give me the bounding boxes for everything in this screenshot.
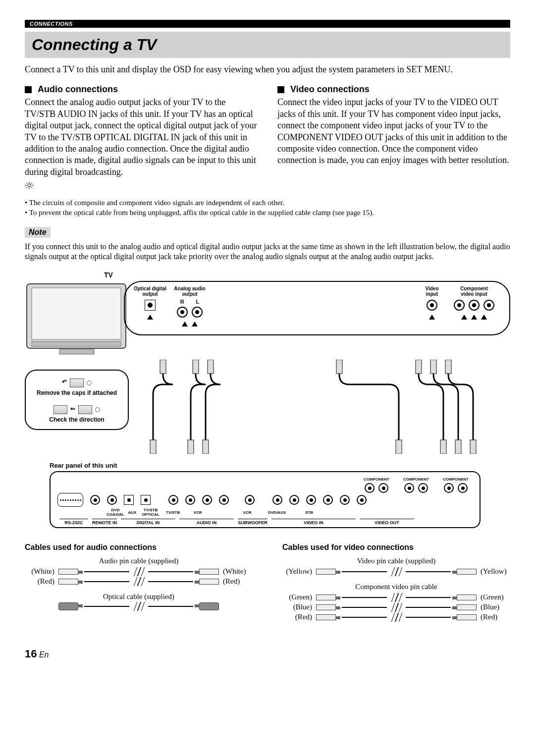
component-label: COMPONENT [364,477,389,482]
port-video: Video input [417,286,447,320]
svg-rect-19 [445,360,451,374]
cable-icon [316,594,477,601]
mini-label: OPTICAL [142,512,159,517]
mini-label: AUX [128,510,137,515]
mini-label: DVD/AUX [268,510,286,515]
callout-text: Check the direction [31,416,123,423]
color-label: (Red) [25,577,54,586]
video-pin-label: Video pin cable (supplied) [282,557,510,565]
tv-illustration [25,281,129,360]
audio-cables-col: Cables used for audio connections Audio … [25,543,253,623]
color-label: (Red) [481,613,510,621]
cable-icon [58,603,219,610]
port-label: Video input [425,286,438,298]
rca-port-icon [192,307,203,318]
port-label: Analog audio output [174,286,205,298]
arrow-up-icon [481,315,487,320]
component-label: COMPONENT [443,477,469,482]
note-badge: Note [25,227,51,238]
cable-legends: Cables used for audio connections Audio … [25,543,510,623]
port-optical: Optical digital output [133,286,167,320]
group-label: VIDEO IN [271,519,356,525]
mini-label: DVD [111,508,120,512]
rear-panel: COMPONENT COMPONENT COMPONENT [50,471,481,528]
mini-label: COAXIAL [107,512,124,517]
tv-label: TV [104,271,510,279]
port-analog: Analog audio output RL [167,286,212,326]
arrow-curve-icon: ↶ [62,378,67,387]
svg-rect-21 [188,440,194,454]
svg-rect-13 [160,360,166,374]
arrow-left-icon: ⇐ [70,405,75,414]
coaxial-port-icon [107,495,117,505]
arrow-up-icon [461,315,467,320]
rca-port-icon [469,300,480,311]
optical-port-icon [141,495,151,505]
svg-rect-16 [336,360,342,374]
audio-body: Connect the analog audio output jacks of… [25,97,258,178]
rear-panel-label: Rear panel of this unit [50,462,510,469]
svg-rect-26 [470,440,476,454]
svg-line-5 [26,183,28,184]
intro-text: Connect a TV to this unit and display th… [25,64,510,75]
color-label: (Yellow) [481,567,510,576]
cable-icon [316,604,477,611]
mini-label: STB [305,510,313,515]
remote-in-port-icon [90,495,100,505]
color-label: (White) [223,567,253,576]
svg-rect-24 [440,440,446,454]
video-cables-col: Cables used for video connections Video … [282,543,510,623]
arrow-up-icon [471,315,477,320]
l-label: L [196,299,200,305]
audio-pin-label: Audio pin cable (supplied) [25,557,253,565]
audio-column: Audio connections Connect the analog aud… [25,84,258,178]
video-body: Connect the video input jacks of your TV… [277,97,510,166]
cables-video-heading: Cables used for video connections [282,543,510,552]
color-label: (Red) [282,613,312,621]
audio-heading-text: Audio connections [38,84,118,95]
cable-icon [58,578,219,585]
svg-rect-18 [430,360,436,374]
page-footer: 16 En [25,648,510,660]
svg-rect-25 [455,440,461,454]
tip-icon [25,182,510,191]
port-component: Component video input [447,286,501,320]
svg-line-7 [26,187,28,188]
cable-icon [58,568,219,575]
rca-port-icon [427,300,437,311]
rca-port-icon [483,300,494,311]
cable-icon [316,614,477,621]
cable-icon [316,568,477,575]
component-label: COMPONENT [403,477,429,482]
page-title-bar: Connecting a TV [25,32,510,58]
video-heading-text: Video connections [290,84,370,95]
svg-rect-11 [32,341,121,346]
arrow-up-icon [147,315,153,320]
color-label: (Green) [282,593,312,601]
tip-item: The circuits of composite and component … [25,198,510,208]
svg-rect-14 [193,360,199,374]
r-label: R [180,299,184,305]
svg-rect-20 [150,440,156,454]
square-bullet-icon [277,86,284,93]
group-label: RS-232C [59,519,88,525]
video-heading: Video connections [277,84,510,95]
arrow-up-icon [429,315,435,320]
tip-item: To prevent the optical cable from being … [25,208,510,217]
group-label: VIDEO OUT [360,519,414,525]
page-number: 16 [25,648,37,660]
tips-list: The circuits of composite and component … [25,198,510,218]
page-lang: En [39,650,49,659]
svg-line-6 [31,183,33,184]
rca-port-icon [454,300,465,311]
color-label: (White) [25,567,54,576]
arrow-up-icon [192,322,198,326]
rs232-port-icon [57,493,83,507]
page-title: Connecting a TV [32,36,503,54]
svg-rect-22 [203,440,209,454]
mini-label: TV/STB [166,510,180,515]
svg-line-8 [31,187,33,188]
component-cable-label: Component video pin cable [282,583,510,591]
port-label: Optical digital output [134,286,166,298]
group-label: AUDIO IN [179,519,234,525]
